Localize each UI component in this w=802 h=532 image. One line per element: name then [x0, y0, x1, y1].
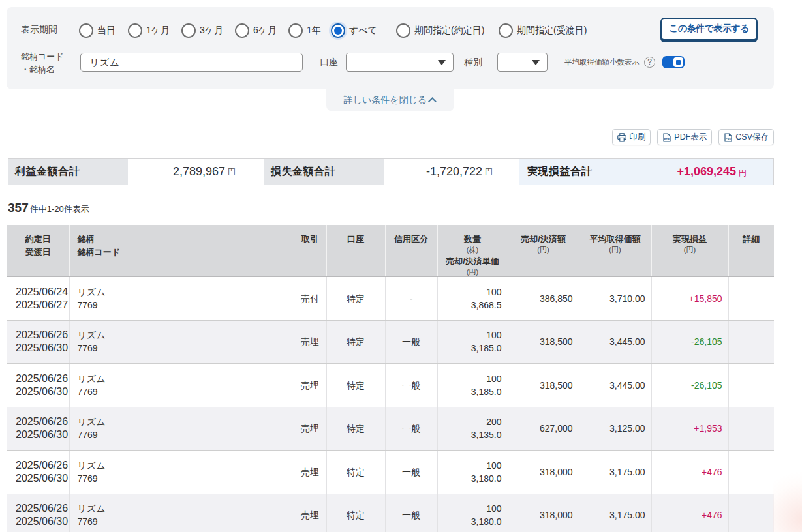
svg-text:PDF: PDF — [664, 137, 670, 140]
svg-text:CSV: CSV — [726, 137, 732, 140]
